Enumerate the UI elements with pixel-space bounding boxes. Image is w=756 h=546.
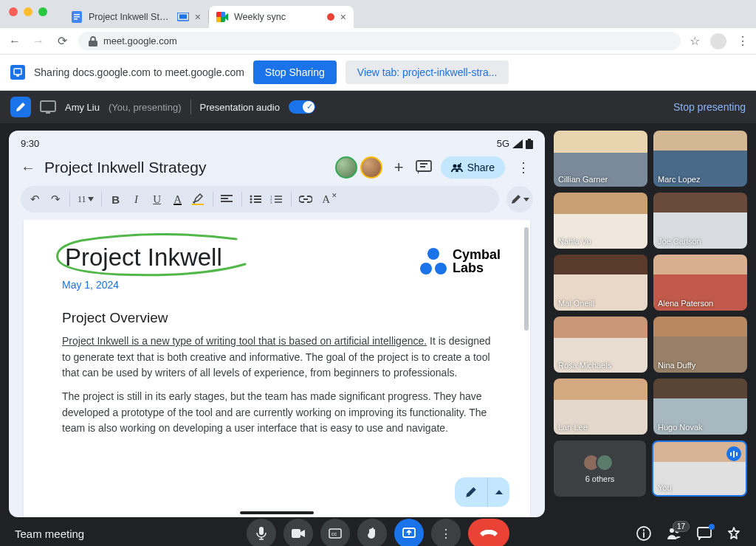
- close-tab-icon[interactable]: ×: [195, 11, 201, 23]
- sharing-notification-bar: Sharing docs.google.com to meet.google.c…: [0, 55, 756, 91]
- address-bar: ← → ⟳ meet.google.com ☆ ⋮: [0, 28, 756, 55]
- collaborator-avatars[interactable]: [335, 156, 382, 179]
- meet-body: 9:30 5G ← Project Inkwell Strategy: [0, 123, 756, 517]
- speaking-icon: [726, 446, 741, 461]
- unread-dot-icon: [709, 524, 715, 530]
- svg-rect-5: [179, 14, 187, 18]
- underline-icon[interactable]: U: [151, 193, 164, 206]
- meeting-info-icon[interactable]: [636, 526, 651, 541]
- svg-rect-3: [74, 18, 78, 20]
- presentation-audio-toggle[interactable]: ✓: [289, 100, 315, 114]
- docs-favicon-icon: [71, 11, 83, 23]
- screen-share-icon: [40, 100, 56, 114]
- separator: [190, 100, 191, 114]
- participant-tile[interactable]: Joe Carlson: [653, 193, 747, 249]
- highlight-icon[interactable]: [192, 193, 205, 205]
- bullet-list-icon[interactable]: [250, 195, 263, 204]
- participant-tile[interactable]: Rosa Michaels: [554, 317, 647, 373]
- svg-rect-21: [259, 527, 264, 535]
- presenter-name: Amy Liu: [65, 102, 100, 113]
- camera-button[interactable]: [284, 519, 313, 546]
- share-button[interactable]: Share: [441, 156, 505, 179]
- raise-hand-button[interactable]: [357, 519, 387, 546]
- svg-text:cc: cc: [331, 531, 337, 536]
- url-field[interactable]: meet.google.com: [78, 32, 681, 50]
- activities-icon[interactable]: [726, 526, 741, 541]
- numbered-list-icon[interactable]: 123: [270, 195, 284, 204]
- participant-tile[interactable]: Cillian Garner: [554, 131, 647, 187]
- close-tab-icon[interactable]: ×: [340, 11, 346, 23]
- participant-tile[interactable]: Hugo Novak: [653, 379, 747, 435]
- minimize-window-icon[interactable]: [24, 7, 32, 16]
- tab-docs[interactable]: Project Inkwell Strategy ×: [63, 6, 208, 28]
- tab-meet[interactable]: Weekly sync ×: [209, 6, 354, 28]
- tab-title: Project Inkwell Strategy: [89, 12, 171, 22]
- redo-icon[interactable]: ↷: [49, 193, 62, 206]
- document-date: May 1, 2024: [62, 279, 225, 291]
- pencil-icon[interactable]: [10, 97, 31, 117]
- font-size-selector[interactable]: 11: [78, 194, 94, 205]
- svg-rect-6: [89, 41, 97, 46]
- meet-app: Amy Liu (You, presenting) Presentation a…: [0, 91, 756, 546]
- participant-tile[interactable]: Nahla Vu: [554, 193, 647, 249]
- scrollbar[interactable]: [524, 227, 529, 331]
- microphone-button[interactable]: [247, 519, 276, 546]
- more-options-button[interactable]: ⋮: [431, 519, 461, 546]
- paragraph: The project is still in its early stages…: [62, 389, 501, 437]
- participants-icon[interactable]: 17: [666, 527, 682, 540]
- participant-tile[interactable]: Mal Oneill: [554, 255, 647, 311]
- participant-grid: Cillian Garner Marc Lopez Nahla Vu Joe C…: [554, 131, 747, 517]
- doc-menu-icon[interactable]: ⋮: [514, 159, 533, 176]
- forward-button[interactable]: →: [31, 35, 46, 48]
- italic-icon[interactable]: I: [130, 193, 143, 206]
- insert-link-icon[interactable]: [299, 196, 312, 203]
- participant-tile[interactable]: Lan Lee: [554, 379, 647, 435]
- clear-formatting-icon[interactable]: A✕: [320, 193, 333, 206]
- doc-title: Project Inkwell Strategy: [44, 159, 326, 176]
- participant-tile[interactable]: Nina Duffy: [653, 317, 747, 373]
- view-tab-button[interactable]: View tab: project-inkwell-stra...: [346, 61, 509, 84]
- add-collaborator-icon[interactable]: +: [391, 158, 407, 177]
- meet-favicon-icon: [216, 11, 228, 23]
- participant-count-badge: 17: [673, 521, 690, 532]
- undo-icon[interactable]: ↶: [28, 193, 41, 206]
- maximize-window-icon[interactable]: [38, 7, 47, 16]
- others-tile[interactable]: 6 others: [554, 440, 646, 497]
- participant-tile[interactable]: Alena Paterson: [653, 255, 747, 311]
- comment-icon[interactable]: [416, 160, 432, 175]
- back-arrow-icon[interactable]: ←: [21, 159, 35, 176]
- edit-fab[interactable]: [455, 477, 509, 507]
- mobile-status-bar: 9:30 5G: [9, 131, 545, 152]
- text-color-icon[interactable]: A: [171, 193, 185, 206]
- chat-icon[interactable]: [697, 527, 712, 540]
- signal-icon: [512, 139, 523, 148]
- captions-button[interactable]: cc: [320, 519, 350, 546]
- document-page[interactable]: Project Inkwell May 1, 2024 CymbalLabs P…: [24, 220, 530, 517]
- present-screen-button[interactable]: [394, 519, 424, 546]
- self-tile[interactable]: You: [652, 440, 747, 497]
- align-icon[interactable]: [221, 195, 234, 204]
- bold-icon[interactable]: B: [109, 193, 123, 206]
- sharing-icon: [10, 65, 25, 80]
- end-call-button[interactable]: [468, 519, 509, 546]
- bookmark-icon[interactable]: ☆: [690, 34, 700, 48]
- network-label: 5G: [497, 138, 509, 149]
- presentation-bar: Amy Liu (You, presenting) Presentation a…: [0, 91, 756, 123]
- recording-dot-icon: [327, 13, 334, 21]
- close-window-icon[interactable]: [9, 7, 18, 16]
- edit-mode-icon[interactable]: [506, 186, 533, 212]
- cymbal-labs-logo: CymbalLabs: [420, 248, 501, 274]
- presentation-audio-label: Presentation audio: [200, 102, 280, 113]
- svg-rect-10: [526, 140, 533, 149]
- back-button[interactable]: ←: [7, 35, 22, 48]
- participant-tile[interactable]: Marc Lopez: [653, 131, 747, 187]
- reload-button[interactable]: ⟳: [55, 34, 69, 48]
- svg-point-15: [250, 196, 252, 198]
- avatar: [335, 156, 357, 179]
- stop-presenting-button[interactable]: Stop presenting: [673, 101, 746, 113]
- svg-rect-1: [74, 14, 80, 15]
- profile-avatar[interactable]: [710, 33, 726, 49]
- presenter-status: (You, presenting): [109, 102, 182, 113]
- browser-menu-icon[interactable]: ⋮: [737, 34, 749, 48]
- stop-sharing-button[interactable]: Stop Sharing: [253, 61, 337, 84]
